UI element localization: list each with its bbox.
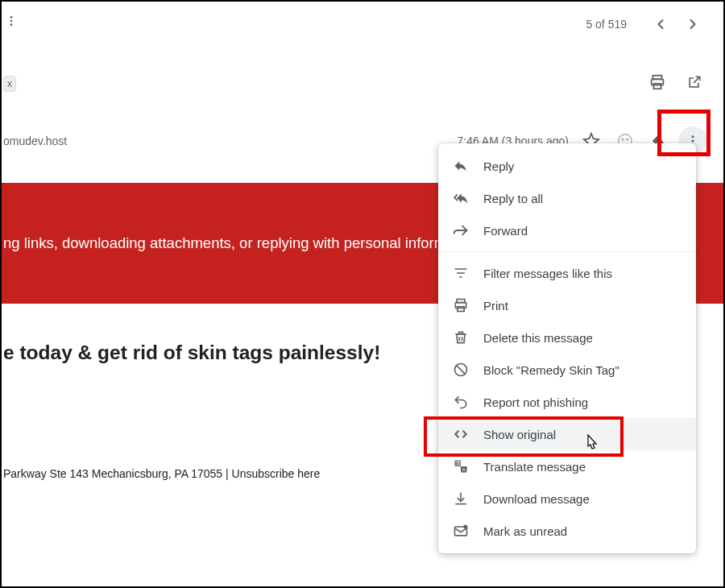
menu-download[interactable]: Download message bbox=[438, 482, 696, 515]
menu-print[interactable]: Print bbox=[438, 289, 696, 321]
mark-unread-icon bbox=[453, 523, 469, 539]
svg-text:文: 文 bbox=[456, 460, 461, 466]
menu-item-label: Show original bbox=[483, 428, 556, 441]
svg-point-1 bbox=[10, 20, 13, 23]
menu-item-label: Reply to all bbox=[483, 192, 543, 205]
undo-icon bbox=[453, 394, 469, 410]
toolbar: 5 of 519 bbox=[2, 2, 723, 47]
more-vert-icon[interactable] bbox=[5, 14, 18, 27]
menu-item-label: Block "Remedy Skin Tag" bbox=[483, 363, 619, 377]
block-icon bbox=[453, 362, 469, 378]
svg-point-7 bbox=[622, 139, 624, 140]
trash-icon bbox=[453, 329, 469, 346]
menu-item-label: Delete this message bbox=[483, 331, 593, 345]
svg-point-9 bbox=[692, 135, 694, 138]
menu-forward[interactable]: Forward bbox=[438, 214, 696, 246]
banner-text: ng links, downloading attachments, or re… bbox=[3, 234, 454, 252]
print-button[interactable] bbox=[641, 66, 673, 98]
popout-button[interactable] bbox=[678, 66, 710, 98]
sender-address: omudev.host bbox=[3, 135, 67, 147]
svg-point-19 bbox=[463, 525, 467, 529]
email-subject: e today & get rid of skin tags painlessl… bbox=[3, 342, 380, 364]
download-icon bbox=[453, 491, 469, 507]
menu-item-label: Forward bbox=[483, 224, 528, 238]
menu-reply-all[interactable]: Reply to all bbox=[438, 182, 696, 214]
menu-delete[interactable]: Delete this message bbox=[438, 321, 696, 354]
prev-button[interactable] bbox=[644, 8, 677, 40]
pagination-label: 5 of 519 bbox=[586, 18, 627, 31]
menu-separator bbox=[438, 251, 696, 252]
translate-icon: 文A bbox=[453, 458, 469, 474]
svg-point-2 bbox=[10, 23, 13, 26]
svg-point-0 bbox=[10, 16, 13, 19]
menu-item-label: Filter messages like this bbox=[483, 267, 612, 280]
menu-translate[interactable]: 文A Translate message bbox=[438, 450, 696, 482]
next-button[interactable] bbox=[677, 8, 709, 40]
code-icon bbox=[453, 426, 469, 442]
print-icon bbox=[453, 297, 469, 313]
filter-icon bbox=[453, 265, 469, 281]
forward-icon bbox=[453, 222, 469, 238]
reply-icon bbox=[453, 158, 469, 174]
menu-show-original[interactable]: Show original bbox=[438, 418, 696, 450]
menu-item-label: Reply bbox=[483, 159, 514, 173]
menu-block[interactable]: Block "Remedy Skin Tag" bbox=[438, 354, 696, 386]
message-actions bbox=[641, 66, 710, 98]
svg-text:A: A bbox=[462, 467, 466, 472]
menu-item-label: Translate message bbox=[483, 460, 586, 474]
email-footer: Parkway Ste 143 Mechanicsburg, PA 17055 … bbox=[3, 467, 320, 480]
menu-item-label: Print bbox=[483, 299, 508, 313]
menu-item-label: Report not phishing bbox=[483, 395, 588, 409]
menu-item-label: Mark as unread bbox=[483, 524, 567, 538]
reply-all-icon bbox=[453, 190, 469, 206]
more-menu: Reply Reply to all Forward Filter messag… bbox=[438, 143, 696, 553]
svg-point-8 bbox=[627, 139, 628, 140]
label-chip[interactable]: x bbox=[3, 76, 16, 92]
svg-point-10 bbox=[692, 140, 694, 143]
menu-filter[interactable]: Filter messages like this bbox=[438, 257, 696, 289]
menu-mark-unread[interactable]: Mark as unread bbox=[438, 515, 696, 547]
menu-reply[interactable]: Reply bbox=[438, 150, 696, 182]
close-icon[interactable]: x bbox=[7, 78, 12, 89]
menu-report-phishing[interactable]: Report not phishing bbox=[438, 386, 696, 418]
menu-item-label: Download message bbox=[483, 492, 590, 506]
